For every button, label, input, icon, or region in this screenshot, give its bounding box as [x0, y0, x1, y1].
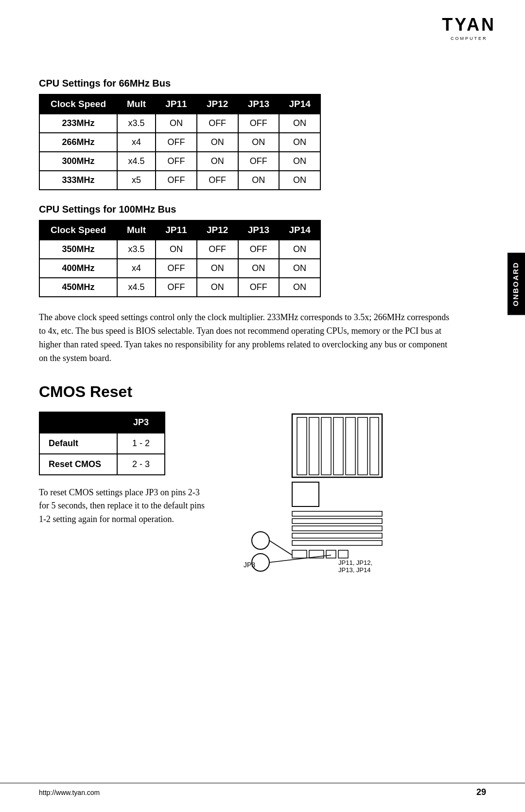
- cell-100-0-2: ON: [156, 240, 197, 259]
- col-header-100-1: Mult: [117, 220, 156, 240]
- svg-rect-3: [321, 417, 331, 475]
- table-row: 400MHzx4OFFONONON: [39, 259, 320, 278]
- cell-100-2-4: OFF: [238, 278, 280, 297]
- cell-100-0-3: OFF: [197, 240, 238, 259]
- col-header-66-5: JP14: [279, 94, 320, 114]
- cmos-left: JP3 Default1 - 2Reset CMOS2 - 3 To reset…: [39, 412, 205, 527]
- cell-100-0-4: OFF: [238, 240, 280, 259]
- cell-66-0-4: OFF: [238, 114, 280, 133]
- cell-66-2-0: 300MHz: [39, 152, 117, 171]
- cell-66-0-3: OFF: [197, 114, 238, 133]
- cmos-layout: JP3 Default1 - 2Reset CMOS2 - 3 To reset…: [39, 412, 486, 579]
- svg-rect-17: [338, 550, 348, 558]
- svg-rect-16: [326, 550, 336, 558]
- footer-url: http://www.tyan.com: [39, 789, 100, 796]
- cmos-col-header-1: JP3: [117, 412, 165, 433]
- cell-66-2-5: ON: [279, 152, 320, 171]
- logo-brand: TYAN: [442, 15, 496, 35]
- cell-66-1-0: 266MHz: [39, 133, 117, 152]
- svg-rect-9: [292, 511, 382, 516]
- description-text: The above clock speed settings control o…: [39, 311, 457, 365]
- cell-66-3-4: ON: [238, 171, 280, 190]
- section1-title: CPU Settings for 66MHz Bus: [39, 78, 486, 89]
- svg-rect-11: [292, 526, 382, 531]
- svg-rect-7: [370, 417, 379, 475]
- cpu-66mhz-table: Clock SpeedMultJP11JP12JP13JP14 233MHzx3…: [39, 94, 321, 190]
- svg-rect-1: [297, 417, 307, 475]
- onboard-tab: ONBOARD: [508, 253, 525, 315]
- tyan-logo: TYAN COMPUTER: [442, 15, 496, 41]
- cell-66-1-3: ON: [197, 133, 238, 152]
- table-row: 300MHzx4.5OFFONOFFON: [39, 152, 320, 171]
- cell-100-1-2: OFF: [156, 259, 197, 278]
- cell-66-2-4: OFF: [238, 152, 280, 171]
- cell-66-3-0: 333MHz: [39, 171, 117, 190]
- cell-100-2-0: 450MHz: [39, 278, 117, 297]
- jp3-label: JP3: [244, 561, 255, 569]
- cell-66-2-1: x4.5: [117, 152, 156, 171]
- cell-100-1-4: ON: [238, 259, 280, 278]
- page-wrapper: TYAN COMPUTER ONBOARD CPU Settings for 6…: [0, 0, 525, 609]
- svg-text:JP13, JP14: JP13, JP14: [338, 566, 371, 574]
- cell-66-1-1: x4: [117, 133, 156, 152]
- svg-rect-12: [292, 533, 382, 538]
- cell-66-0-0: 233MHz: [39, 114, 117, 133]
- board-svg: JP3 JP11, JP12, JP13, JP14: [234, 412, 389, 577]
- svg-rect-6: [358, 417, 368, 475]
- svg-line-19: [269, 541, 292, 555]
- cmos-description: To reset CMOS settings place JP3 on pins…: [39, 486, 205, 527]
- svg-rect-2: [309, 417, 319, 475]
- cmos-table: JP3 Default1 - 2Reset CMOS2 - 3: [39, 412, 165, 475]
- cmos-diagram: JP3 JP11, JP12, JP13, JP14: [234, 412, 389, 579]
- cell-66-3-3: OFF: [197, 171, 238, 190]
- table-row: 233MHzx3.5ONOFFOFFON: [39, 114, 320, 133]
- cell-100-1-0: 400MHz: [39, 259, 117, 278]
- cell-100-0-5: ON: [279, 240, 320, 259]
- col-header-100-0: Clock Speed: [39, 220, 117, 240]
- cmos-col-header-0: [39, 412, 117, 433]
- col-header-100-5: JP14: [279, 220, 320, 240]
- svg-rect-13: [292, 541, 382, 545]
- svg-text:JP11, JP12,: JP11, JP12,: [338, 559, 372, 566]
- cell-100-0-1: x3.5: [117, 240, 156, 259]
- svg-rect-5: [346, 417, 355, 475]
- col-header-66-4: JP13: [238, 94, 280, 114]
- svg-rect-4: [333, 417, 343, 475]
- table-row: 333MHzx5OFFOFFONON: [39, 171, 320, 190]
- cmos-table-row: Reset CMOS2 - 3: [39, 454, 165, 475]
- col-header-100-4: JP13: [238, 220, 280, 240]
- cell-66-3-1: x5: [117, 171, 156, 190]
- svg-point-18: [252, 532, 269, 549]
- cmos-cell-1-0: Reset CMOS: [39, 454, 117, 475]
- col-header-100-3: JP12: [197, 220, 238, 240]
- cmos-desc-line-0: To reset CMOS settings place JP3 on pins…: [39, 486, 205, 500]
- cell-66-2-2: OFF: [156, 152, 197, 171]
- cell-100-0-0: 350MHz: [39, 240, 117, 259]
- cell-66-3-2: OFF: [156, 171, 197, 190]
- cmos-desc-line-1: for 5 seconds, then replace it to the de…: [39, 499, 205, 513]
- svg-rect-0: [292, 414, 382, 477]
- col-header-100-2: JP11: [156, 220, 197, 240]
- cell-100-2-5: ON: [279, 278, 320, 297]
- cmos-table-row: Default1 - 2: [39, 433, 165, 454]
- svg-line-21: [269, 555, 331, 562]
- cell-100-1-5: ON: [279, 259, 320, 278]
- svg-rect-8: [292, 482, 319, 506]
- cell-100-2-3: ON: [197, 278, 238, 297]
- cpu-100mhz-table: Clock SpeedMultJP11JP12JP13JP14 350MHzx3…: [39, 220, 321, 297]
- cell-100-2-1: x4.5: [117, 278, 156, 297]
- col-header-66-3: JP12: [197, 94, 238, 114]
- table-row: 450MHzx4.5OFFONOFFON: [39, 278, 320, 297]
- cell-100-1-1: x4: [117, 259, 156, 278]
- footer-page: 29: [476, 787, 486, 797]
- svg-rect-14: [292, 550, 307, 558]
- cmos-cell-0-1: 1 - 2: [117, 433, 165, 454]
- cell-66-3-5: ON: [279, 171, 320, 190]
- cpu-100mhz-section: CPU Settings for 100MHz Bus Clock SpeedM…: [39, 204, 486, 297]
- section2-title: CPU Settings for 100MHz Bus: [39, 204, 486, 215]
- cell-66-2-3: ON: [197, 152, 238, 171]
- cmos-desc-line-2: 1-2 setting again for normal operation.: [39, 513, 205, 526]
- col-header-66-2: JP11: [156, 94, 197, 114]
- cell-100-1-3: ON: [197, 259, 238, 278]
- cell-66-1-5: ON: [279, 133, 320, 152]
